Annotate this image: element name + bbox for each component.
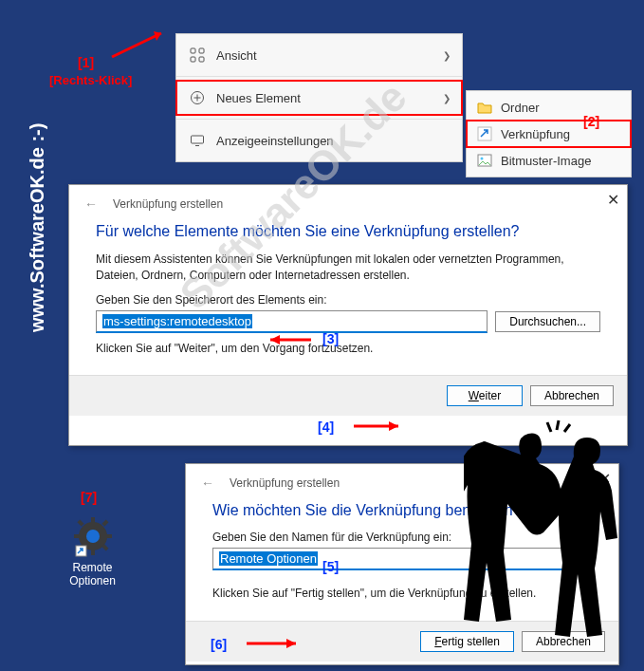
svg-rect-22 bbox=[91, 517, 95, 524]
breadcrumb-text: Verknüpfung erstellen bbox=[113, 197, 223, 211]
dialog-header: ← Verknüpfung erstellen bbox=[186, 464, 618, 496]
svg-rect-5 bbox=[199, 57, 204, 62]
plus-circle-icon bbox=[188, 88, 207, 107]
ctx-label: Ansicht bbox=[216, 48, 257, 63]
gear-icon bbox=[72, 515, 114, 557]
svg-point-21 bbox=[86, 530, 100, 543]
dialog-footer: Weiter Abbrechen bbox=[69, 375, 627, 416]
ctx-label: Neues Element bbox=[216, 91, 301, 105]
dialog-header: ← Verknüpfung erstellen bbox=[69, 185, 627, 217]
ctx-item-neues-element[interactable]: Neues Element ❯ bbox=[176, 81, 462, 115]
sub-label: Verknüpfung bbox=[501, 127, 570, 141]
annotation-2: [2] bbox=[583, 114, 599, 129]
folder-icon bbox=[476, 99, 493, 116]
arrow-4 bbox=[346, 418, 413, 435]
svg-line-0 bbox=[112, 33, 161, 57]
arrow-1 bbox=[104, 24, 175, 60]
annotation-4: [4] bbox=[318, 419, 334, 435]
svg-marker-15 bbox=[270, 335, 280, 345]
arrow-6 bbox=[239, 635, 310, 652]
svg-rect-23 bbox=[91, 549, 95, 555]
annotation-7: [7] bbox=[81, 490, 97, 505]
svg-rect-9 bbox=[192, 136, 204, 143]
close-icon[interactable]: ✕ bbox=[598, 470, 611, 488]
svg-marker-19 bbox=[286, 639, 296, 648]
svg-rect-4 bbox=[191, 57, 195, 62]
annotation-1-sub: [Rechts-Klick] bbox=[49, 73, 132, 87]
watermark-side: www.SoftwareOK.de :-) bbox=[27, 123, 48, 332]
dialog-create-shortcut-1: ✕ ← Verknüpfung erstellen Für welche Ele… bbox=[68, 184, 628, 446]
svg-rect-28 bbox=[101, 519, 108, 526]
sub-item-bitmuster[interactable]: Bitmuster-Image bbox=[467, 147, 631, 174]
chevron-icon: ❯ bbox=[443, 93, 451, 103]
next-button[interactable]: Weiter bbox=[447, 385, 523, 406]
view-icon bbox=[188, 46, 207, 65]
dialog-hint: Klicken Sie auf "Weiter", um den Vorgang… bbox=[96, 341, 600, 357]
ctx-item-anzeige[interactable]: Anzeigeeinstellungen bbox=[176, 123, 462, 158]
svg-marker-17 bbox=[389, 421, 398, 431]
svg-rect-2 bbox=[191, 48, 195, 53]
back-icon[interactable]: ← bbox=[84, 196, 98, 212]
svg-point-13 bbox=[481, 158, 484, 160]
svg-rect-25 bbox=[105, 534, 112, 538]
name-input[interactable]: Remote Optionen bbox=[212, 548, 573, 570]
svg-rect-3 bbox=[199, 48, 204, 53]
separator bbox=[176, 119, 462, 120]
annotation-3: [3] bbox=[322, 331, 339, 346]
cancel-button[interactable]: Abbrechen bbox=[530, 385, 614, 406]
sub-item-ordner[interactable]: Ordner bbox=[467, 94, 631, 121]
svg-rect-26 bbox=[77, 519, 83, 526]
context-menu: Ansicht ❯ Neues Element ❯ Anzeigeeinstel… bbox=[175, 33, 463, 162]
separator bbox=[176, 76, 462, 77]
input-label: Geben Sie den Speicherort des Elements e… bbox=[96, 293, 600, 307]
ctx-label: Anzeigeeinstellungen bbox=[216, 134, 334, 148]
annotation-6: [6] bbox=[211, 637, 227, 652]
submenu-new: Ordner Verknüpfung Bitmuster-Image bbox=[466, 90, 632, 177]
location-input[interactable]: ms-settings:remotedesktop bbox=[96, 310, 488, 333]
desktop-icon-label: Remote Optionen bbox=[52, 561, 133, 587]
close-icon[interactable]: ✕ bbox=[607, 191, 619, 209]
chevron-icon: ❯ bbox=[443, 50, 451, 61]
sub-label: Ordner bbox=[501, 101, 539, 115]
dialog-title: Wie möchten Sie die Verknüpfung benennen… bbox=[212, 502, 592, 519]
breadcrumb-text: Verknüpfung erstellen bbox=[230, 476, 340, 490]
browse-button[interactable]: Durchsuchen... bbox=[495, 311, 600, 332]
sub-item-verknuepfung[interactable]: Verknüpfung bbox=[467, 121, 631, 147]
desktop-shortcut-icon[interactable]: Remote Optionen bbox=[52, 515, 133, 587]
shortcut-icon bbox=[476, 125, 493, 142]
dialog-title: Für welche Elemente möchten Sie eine Ver… bbox=[96, 223, 600, 240]
dialog-hint: Klicken Sie auf "Fertig stellen", um die… bbox=[212, 586, 592, 602]
input-label: Geben Sie den Namen für die Verknüpfung … bbox=[212, 531, 592, 544]
annotation-5: [5] bbox=[322, 559, 339, 574]
back-icon[interactable]: ← bbox=[201, 475, 214, 491]
sub-label: Bitmuster-Image bbox=[501, 154, 591, 168]
ctx-item-ansicht[interactable]: Ansicht ❯ bbox=[176, 38, 462, 72]
annotation-1: [1] bbox=[78, 55, 94, 70]
dialog-description: Mit diesem Assistenten können Sie Verknü… bbox=[96, 252, 600, 284]
cancel-button[interactable]: Abbrechen bbox=[522, 631, 605, 652]
finish-button[interactable]: Fertig stellen bbox=[420, 631, 514, 652]
arrow-3 bbox=[259, 331, 316, 348]
image-icon bbox=[476, 152, 493, 169]
display-settings-icon bbox=[188, 131, 207, 150]
svg-rect-24 bbox=[74, 534, 81, 538]
